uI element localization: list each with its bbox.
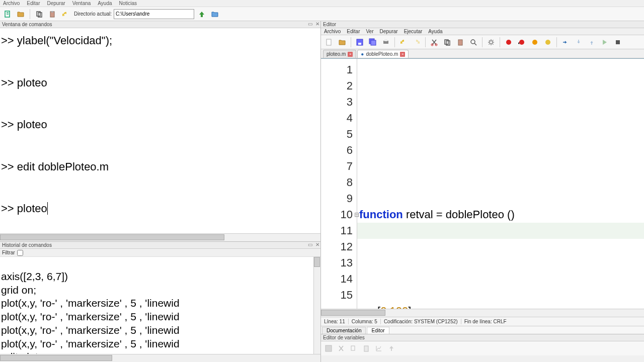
docedit-tabs: Documentación Editor (321, 326, 644, 334)
svg-rect-9 (371, 40, 376, 45)
cmdwin-hscrollbar[interactable] (0, 233, 320, 241)
filter-checkbox[interactable] (17, 250, 23, 256)
ed-step-in-button[interactable] (573, 36, 585, 48)
var-editor-title: Editor de variables (321, 334, 644, 341)
menu-ayuda[interactable]: Ayuda (98, 1, 112, 6)
ed-step-button[interactable] (559, 36, 572, 48)
ed-save-button[interactable] (354, 36, 366, 48)
history-filter-row: Filtrar (0, 249, 320, 257)
tab-dobleploteo[interactable]: ●doblePloteo.m× (357, 50, 409, 58)
command-window-title: Ventana de comandos ▭ ✕ (0, 21, 320, 28)
tab-documentacion[interactable]: Documentación (322, 327, 366, 334)
ed-breakpoint-prev-button[interactable] (516, 36, 528, 48)
editor-statusbar: Línea: 11 Columna: 5 Codificación: SYSTE… (321, 317, 644, 326)
editor-toolbar (321, 35, 644, 49)
history-hscrollbar[interactable] (0, 354, 320, 362)
pane-close-icon[interactable]: ✕ (315, 242, 319, 247)
svg-rect-16 (458, 40, 462, 45)
var-editor-toolbar (321, 341, 644, 355)
main-toolbar: Directorio actual: (0, 7, 644, 21)
var-cut-button[interactable] (336, 343, 347, 354)
history-title: Historial de comandos ▭ ✕ (0, 242, 320, 249)
ed-menu-ver[interactable]: Ver (366, 29, 373, 34)
svg-rect-11 (384, 39, 387, 41)
filter-label: Filtrar (2, 250, 15, 255)
ed-redo-button[interactable] (411, 36, 423, 48)
var-plot-button[interactable] (373, 343, 384, 354)
ed-breakpoint-clear-button[interactable] (542, 36, 554, 48)
copy-button[interactable] (34, 9, 45, 20)
command-window[interactable]: >> ylabel("Velocidad"); >> ploteo >> plo… (0, 28, 320, 233)
new-file-button[interactable] (2, 9, 13, 20)
ed-paste-button[interactable] (454, 36, 466, 48)
tab-ploteo[interactable]: ploteo.m× (323, 50, 356, 58)
var-up-button[interactable] (386, 343, 397, 354)
code-editor[interactable]: 123456789101112131415 ⊟function retval =… (321, 58, 644, 309)
menu-ventana[interactable]: Ventana (72, 1, 91, 6)
svg-point-21 (532, 40, 537, 45)
history-list[interactable]: axis([2,3, 6,7]) grid on; plot(x,y, 'ro-… (0, 257, 320, 354)
svg-point-18 (490, 41, 493, 44)
ed-find-button[interactable] (467, 36, 479, 48)
svg-point-17 (471, 40, 475, 44)
pane-close-icon[interactable]: ✕ (315, 21, 319, 27)
current-directory-input[interactable] (114, 9, 194, 19)
ed-continue-button[interactable] (599, 36, 611, 48)
close-icon[interactable]: × (348, 52, 353, 57)
close-icon[interactable]: × (400, 52, 405, 57)
ed-step-out-button[interactable] (586, 36, 598, 48)
menu-noticias[interactable]: Noticias (119, 1, 137, 6)
var-save-button[interactable] (323, 343, 334, 354)
svg-rect-5 (327, 39, 331, 45)
dir-label: Directorio actual: (74, 11, 112, 17)
svg-point-19 (506, 40, 511, 45)
svg-rect-23 (616, 40, 620, 44)
ed-gear-button[interactable] (485, 36, 497, 48)
ed-copy-button[interactable] (441, 36, 453, 48)
menu-editar[interactable]: Editar (27, 1, 40, 6)
menu-archivo[interactable]: Archivo (3, 1, 20, 6)
ed-breakpoint-next-button[interactable] (529, 36, 541, 48)
ed-menu-depurar[interactable]: Depurar (380, 29, 398, 34)
main-menubar: Archivo Editar Depurar Ventana Ayuda Not… (0, 0, 644, 7)
ed-breakpoint-button[interactable] (503, 36, 515, 48)
ed-print-button[interactable] (380, 36, 392, 48)
editor-tabs: ploteo.m× ●doblePloteo.m× (321, 49, 644, 58)
editor-pane-title: Editor (321, 21, 644, 28)
ed-stop-button[interactable] (612, 36, 624, 48)
line-gutter: 123456789101112131415 (321, 59, 357, 309)
pane-maximize-icon[interactable]: ▭ (308, 21, 312, 27)
svg-rect-4 (51, 11, 53, 13)
ed-cut-button[interactable] (428, 36, 440, 48)
svg-point-22 (545, 40, 550, 45)
svg-rect-24 (326, 345, 332, 351)
ed-open-button[interactable] (336, 36, 348, 48)
browse-folder-button[interactable] (209, 9, 220, 20)
dir-up-button[interactable] (196, 9, 207, 20)
ed-menu-archivo[interactable]: Archivo (324, 29, 341, 34)
ed-undo-button[interactable] (397, 36, 410, 48)
undo-button[interactable] (60, 9, 71, 20)
open-folder-button[interactable] (15, 9, 26, 20)
svg-rect-26 (364, 346, 368, 351)
pane-maximize-icon[interactable]: ▭ (308, 242, 312, 247)
svg-rect-7 (358, 43, 361, 45)
editor-menubar: Archivo Editar Ver Depurar Ejecutar Ayud… (321, 28, 644, 35)
svg-point-20 (519, 40, 524, 45)
ed-new-button[interactable] (323, 36, 335, 48)
ed-saveall-button[interactable] (367, 36, 379, 48)
editor-hscrollbar[interactable] (321, 309, 644, 317)
ed-menu-editar[interactable]: Editar (347, 29, 360, 34)
menu-depurar[interactable]: Depurar (47, 1, 65, 6)
history-vscrollbar[interactable] (313, 257, 320, 354)
var-copy-button[interactable] (348, 343, 359, 354)
ed-menu-ayuda[interactable]: Ayuda (428, 29, 442, 34)
var-paste-button[interactable] (361, 343, 372, 354)
svg-rect-25 (351, 346, 355, 350)
ed-menu-ejecutar[interactable]: Ejecutar (404, 29, 423, 34)
paste-button[interactable] (47, 9, 58, 20)
tab-editor[interactable]: Editor (367, 327, 389, 334)
